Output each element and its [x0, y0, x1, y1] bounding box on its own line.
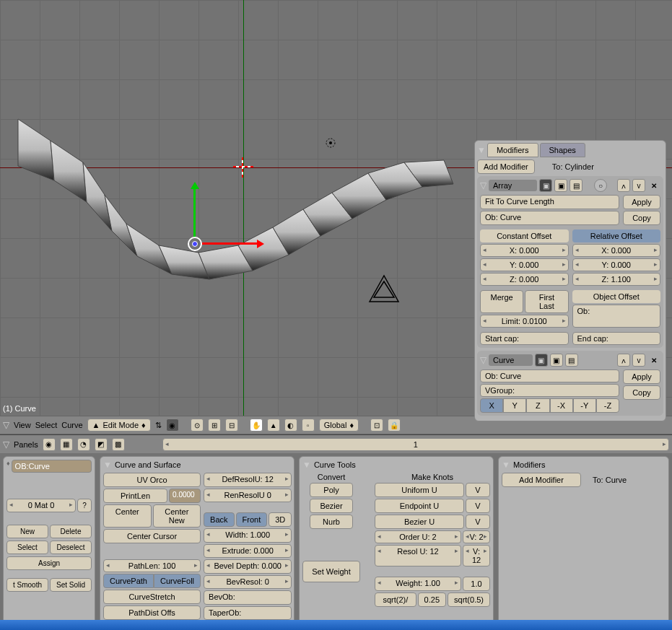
gizmo-y-axis[interactable]: [193, 186, 196, 237]
relative-offset-toggle[interactable]: Relative Offset: [572, 229, 661, 242]
modifier-name-field[interactable]: Curve: [489, 354, 533, 366]
offset-ob-field[interactable]: Ob:: [572, 305, 661, 328]
modifier-name-field[interactable]: Array: [489, 180, 537, 191]
p25-button[interactable]: 0.25: [418, 592, 446, 607]
defresolu-field[interactable]: DefResolU: 12: [204, 473, 292, 487]
curve-menu[interactable]: Curve: [61, 421, 82, 429]
uv-orco-toggle[interactable]: UV Orco: [103, 473, 201, 487]
resol-v-field[interactable]: V: 12: [463, 545, 490, 566]
collapse-icon[interactable]: ▽: [480, 180, 486, 191]
curve-object-field[interactable]: Ob: Curve: [480, 211, 619, 225]
add-modifier-button[interactable]: Add Modifier: [502, 473, 581, 487]
disclose-icon[interactable]: ▼: [502, 460, 510, 470]
mat-deselect-button[interactable]: Deselect: [50, 541, 92, 554]
viewport-visibility-icon[interactable]: ▣: [554, 179, 567, 192]
fit-type-dropdown[interactable]: Fit To Curve Length: [480, 195, 619, 209]
merge-limit-field[interactable]: Limit: 0.0100: [480, 315, 569, 328]
object-offset-toggle[interactable]: Object Offset: [572, 290, 661, 303]
vgroup-field[interactable]: VGroup:: [480, 384, 619, 397]
bezier-button[interactable]: Bezier: [310, 499, 353, 513]
viewport-3d[interactable]: (1) Curve ▼ Modifiers Shapes Add Modifie…: [0, 0, 672, 416]
sqrt2-button[interactable]: sqrt(2)/: [375, 592, 416, 607]
viewport-visibility-icon[interactable]: ▣: [550, 354, 563, 367]
order-v-field[interactable]: V: 2: [463, 530, 490, 543]
material-help-button[interactable]: ?: [77, 499, 92, 512]
manipulator-rotate-icon[interactable]: ◐: [284, 419, 297, 432]
view-menu[interactable]: View: [14, 421, 31, 429]
apply-button[interactable]: Apply: [623, 369, 660, 384]
axis-neg-x-button[interactable]: -X: [550, 398, 573, 413]
set-solid-button[interactable]: Set Solid: [50, 578, 92, 592]
editmode-icon[interactable]: ▤: [570, 179, 582, 192]
bevob-field[interactable]: BevOb:: [204, 590, 292, 605]
manipulator-icon[interactable]: ✋: [250, 419, 263, 432]
cage-icon[interactable]: ○: [594, 179, 607, 192]
uniform-u-button[interactable]: Uniform U: [375, 483, 464, 497]
move-down-icon[interactable]: v: [632, 354, 645, 367]
axis-neg-z-button[interactable]: -Z: [596, 398, 619, 413]
resol-u-field[interactable]: Resol U: 12: [375, 545, 461, 566]
nurb-button[interactable]: Nurb: [310, 515, 353, 529]
apply-button[interactable]: Apply: [623, 195, 660, 209]
manipulator-translate-icon[interactable]: ▲: [267, 419, 280, 432]
constant-x-field[interactable]: X: 0.000: [480, 244, 569, 257]
pathlen-field[interactable]: PathLen: 100: [103, 559, 201, 572]
endcap-field[interactable]: End cap:: [572, 332, 661, 345]
render-visibility-icon[interactable]: ▣: [535, 354, 548, 367]
collapse-icon[interactable]: ▽: [480, 355, 486, 365]
shading-dropdown[interactable]: ◉: [166, 419, 179, 432]
pivot-dropdown[interactable]: ⊙: [191, 419, 204, 432]
disclose-icon[interactable]: ▽: [3, 439, 9, 450]
add-modifier-button[interactable]: Add Modifier: [477, 159, 535, 174]
tab-modifiers[interactable]: Modifiers: [487, 143, 538, 157]
width-field[interactable]: Width: 1.000: [204, 528, 292, 543]
select-menu[interactable]: Select: [35, 421, 58, 429]
delete-modifier-icon[interactable]: ✕: [647, 179, 660, 192]
delete-modifier-icon[interactable]: ✕: [647, 354, 660, 367]
bezier-v-button[interactable]: V: [466, 515, 490, 529]
weight-field[interactable]: Weight: 1.00: [375, 577, 461, 591]
mode-dropdown[interactable]: ▲Edit Mode♦: [87, 419, 151, 432]
disclose-icon[interactable]: ▽: [3, 420, 9, 430]
front-toggle[interactable]: Front: [236, 512, 268, 527]
back-toggle[interactable]: Back: [204, 512, 234, 527]
move-up-icon[interactable]: ʌ: [617, 354, 630, 367]
axis-neg-y-button[interactable]: -Y: [573, 398, 596, 413]
pivot-mode-icon[interactable]: ⊟: [225, 419, 238, 432]
editmode-icon[interactable]: ▤: [565, 354, 578, 367]
orientation-dropdown[interactable]: Global♦: [319, 419, 359, 432]
center-button[interactable]: Center: [103, 504, 152, 528]
material-index-field[interactable]: 0 Mat 0: [6, 499, 76, 512]
context-logic-icon[interactable]: ◔: [77, 438, 90, 451]
taperob-field[interactable]: TaperOb:: [204, 606, 292, 621]
extrude-field[interactable]: Extrude: 0.000: [204, 544, 292, 559]
center-new-button[interactable]: Center New: [153, 504, 201, 528]
three-d-toggle[interactable]: 3D: [269, 512, 292, 527]
constant-y-field[interactable]: Y: 0.000: [480, 258, 569, 271]
firstlast-toggle[interactable]: First Last: [525, 290, 568, 313]
disclose-icon[interactable]: ▼: [302, 460, 311, 470]
uniform-v-button[interactable]: V: [466, 483, 490, 497]
manipulator-scale-icon[interactable]: ▫: [302, 419, 315, 432]
relative-y-field[interactable]: Y: 0.000: [572, 258, 661, 271]
frame-field[interactable]: 1: [162, 438, 669, 451]
mat-select-button[interactable]: Select: [6, 541, 48, 554]
disclose-icon[interactable]: ▼: [477, 145, 486, 155]
curvepath-toggle[interactable]: CurvePath: [103, 574, 154, 588]
renresolu-field[interactable]: RenResolU 0: [204, 489, 292, 503]
curve-ob-field[interactable]: Ob: Curve: [480, 369, 619, 382]
pathdist-toggle[interactable]: PathDist Offs: [103, 605, 201, 620]
curvestretch-toggle[interactable]: CurveStretch: [103, 590, 201, 604]
ob-name-field[interactable]: OB:Curve: [12, 460, 92, 473]
set-smooth-button[interactable]: t Smooth: [6, 578, 48, 592]
render-visibility-icon[interactable]: ▣: [539, 179, 552, 192]
printlen-button[interactable]: PrintLen: [103, 489, 167, 503]
mat-delete-button[interactable]: Delete: [50, 525, 92, 538]
tab-shapes[interactable]: Shapes: [540, 143, 585, 157]
endpoint-u-button[interactable]: Endpoint U: [375, 499, 464, 513]
sqrt05-button[interactable]: sqrt(0.5): [448, 592, 490, 607]
context-editing-icon[interactable]: ▩: [112, 438, 125, 451]
poly-button[interactable]: Poly: [310, 483, 353, 497]
curvefoll-toggle[interactable]: CurveFoll: [154, 574, 201, 588]
endpoint-v-button[interactable]: V: [466, 499, 490, 513]
